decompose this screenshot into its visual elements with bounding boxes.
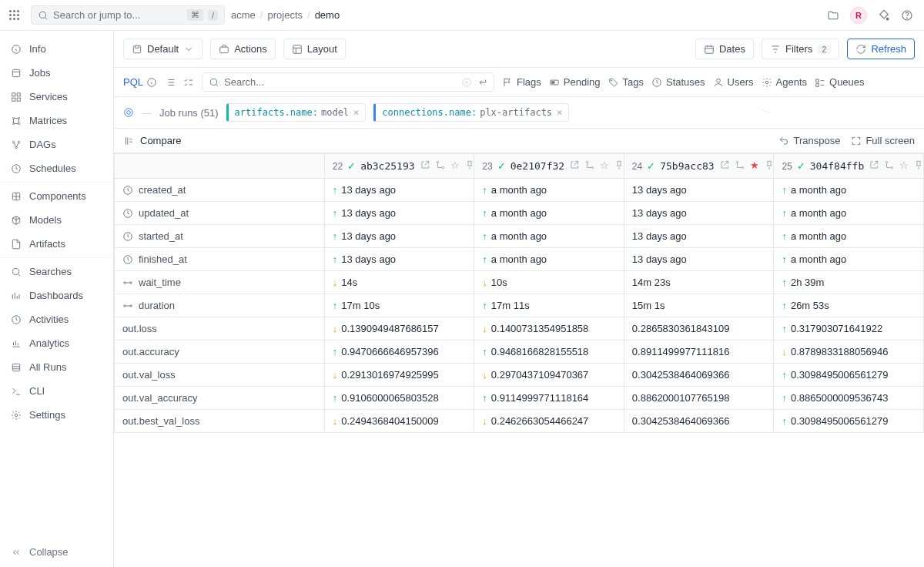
metric-cell: 14m 23s	[632, 277, 766, 288]
pql-toggle[interactable]: PQL	[123, 76, 157, 88]
flags-filter[interactable]: Flags	[502, 76, 541, 88]
star-icon[interactable]: ☆	[450, 159, 460, 173]
sidebar-item-all-runs[interactable]: All Runs	[0, 355, 113, 379]
sidebar-item-matrices[interactable]: Matrices	[0, 109, 113, 133]
chip-remove[interactable]: ×	[557, 107, 562, 118]
pin-icon[interactable]	[764, 159, 774, 173]
default-dropdown[interactable]: Default	[123, 39, 203, 59]
settings-icon	[11, 410, 22, 421]
sidebar-item-artifacts[interactable]: Artifacts	[0, 232, 113, 256]
svg-point-54	[130, 281, 132, 283]
dates-button[interactable]: Dates	[695, 39, 754, 59]
clear-icon[interactable]	[461, 77, 472, 88]
sidebar-item-searches[interactable]: Searches	[0, 260, 113, 284]
filter-search-input[interactable]	[224, 76, 457, 88]
metric-label: started_at	[122, 230, 316, 242]
actions-button[interactable]: Actions	[210, 39, 276, 59]
tags-filter[interactable]: Tags	[608, 76, 644, 88]
run-column-header[interactable]: 25✓304f84ffb☆	[782, 159, 916, 173]
table-row: finished_at13 days agoa month ago13 days…	[115, 248, 924, 271]
run-column-header[interactable]: 24✓75b9acc83★	[632, 159, 766, 173]
star-icon[interactable]: ★	[750, 159, 759, 173]
layout-button[interactable]: Layout	[283, 39, 346, 59]
checklist-icon[interactable]	[183, 77, 194, 88]
open-icon[interactable]	[569, 159, 580, 173]
breadcrumb-item[interactable]: acme	[231, 9, 256, 21]
sidebar-item-settings[interactable]: Settings	[0, 403, 113, 427]
branch-icon[interactable]	[735, 159, 745, 173]
sidebar-label: Analytics	[29, 337, 69, 349]
collapse-label: Collapse	[29, 546, 69, 558]
avatar[interactable]: R	[850, 7, 867, 24]
svg-point-35	[765, 81, 768, 84]
sidebar-item-info[interactable]: Info	[0, 37, 113, 61]
list-icon[interactable]	[165, 77, 176, 88]
run-column-header[interactable]: 23✓0e2107f32☆	[482, 159, 616, 173]
run-column-header[interactable]: 22✓ab3c25193☆	[333, 159, 467, 173]
folder-icon[interactable]	[827, 9, 839, 22]
sidebar-item-dashboards[interactable]: Dashboards	[0, 284, 113, 307]
fullscreen-button[interactable]: Full screen	[851, 135, 915, 146]
services-icon	[11, 92, 22, 102]
sidebar-item-dags[interactable]: DAGs	[0, 133, 113, 156]
sidebar-item-services[interactable]: Services	[0, 85, 113, 109]
star-icon[interactable]: ☆	[600, 159, 609, 173]
sidebar-label: Jobs	[29, 67, 50, 79]
metric-label: created_at	[122, 184, 316, 196]
chip-remove[interactable]: ×	[353, 107, 359, 118]
sidebar-item-cli[interactable]: CLI	[0, 379, 113, 403]
paint-icon[interactable]	[878, 9, 890, 22]
branch-icon[interactable]	[584, 159, 595, 173]
statuses-filter[interactable]: Statuses	[651, 76, 705, 88]
arrow-up-icon	[333, 253, 338, 265]
sidebar-item-jobs[interactable]: Jobs	[0, 61, 113, 85]
metric-cell: 13 days ago	[632, 230, 766, 242]
users-filter[interactable]: Users	[713, 76, 754, 88]
sidebar-item-analytics[interactable]: Analytics	[0, 331, 113, 355]
global-search[interactable]: ⌘ /	[31, 5, 225, 25]
pin-icon[interactable]	[913, 159, 923, 173]
sidebar-item-activities[interactable]: Activities	[0, 307, 113, 331]
filter-search[interactable]	[202, 72, 494, 92]
filter-chip-connections[interactable]: connections.name: plx-artifacts×	[373, 103, 569, 122]
table-row: out.val_accuracy0.91060000658035280.9114…	[115, 387, 924, 410]
target-icon[interactable]	[123, 107, 134, 118]
svg-point-14	[12, 141, 14, 143]
briefcase-icon	[219, 44, 229, 55]
open-icon[interactable]	[869, 159, 879, 173]
breadcrumb-item[interactable]: projects	[267, 9, 303, 21]
sidebar-item-components[interactable]: Components	[0, 184, 113, 208]
help-icon[interactable]	[901, 9, 913, 22]
pending-filter[interactable]: Pending	[549, 76, 601, 88]
open-icon[interactable]	[420, 159, 430, 173]
pin-icon[interactable]	[614, 159, 624, 173]
arrow-up-icon	[782, 323, 787, 334]
sidebar-item-models[interactable]: Models	[0, 208, 113, 232]
transpose-button[interactable]: Transpose	[778, 135, 840, 146]
branch-icon[interactable]	[435, 159, 446, 173]
breadcrumb-item[interactable]: demo	[315, 9, 340, 21]
arrow-up-icon	[782, 415, 787, 427]
metric-cell: 0.2494368404150009	[333, 415, 467, 427]
star-icon[interactable]: ☆	[899, 159, 909, 173]
svg-point-53	[124, 281, 126, 283]
enter-icon[interactable]	[477, 77, 487, 88]
app-grip-icon[interactable]	[6, 7, 25, 23]
sidebar-label: DAGs	[29, 139, 56, 150]
svg-rect-7	[17, 92, 20, 96]
metric-cell: 13 days ago	[632, 184, 766, 196]
filters-button[interactable]: Filters2	[762, 39, 840, 59]
kbd-shortcut: ⌘	[187, 9, 203, 21]
queues-filter[interactable]: Queues	[815, 76, 865, 88]
refresh-button[interactable]: Refresh	[847, 39, 915, 59]
sidebar-collapse[interactable]: Collapse	[0, 537, 113, 567]
metric-label: out.val_loss	[122, 369, 316, 381]
global-search-input[interactable]	[53, 9, 182, 21]
agents-filter[interactable]: Agents	[762, 76, 807, 88]
branch-icon[interactable]	[884, 159, 895, 173]
filter-chip-artifacts[interactable]: artifacts.name: model×	[226, 103, 367, 122]
pin-icon[interactable]	[464, 159, 474, 173]
metric-label: out.best_val_loss	[122, 415, 316, 427]
open-icon[interactable]	[719, 159, 730, 173]
sidebar-item-schedules[interactable]: Schedules	[0, 156, 113, 180]
